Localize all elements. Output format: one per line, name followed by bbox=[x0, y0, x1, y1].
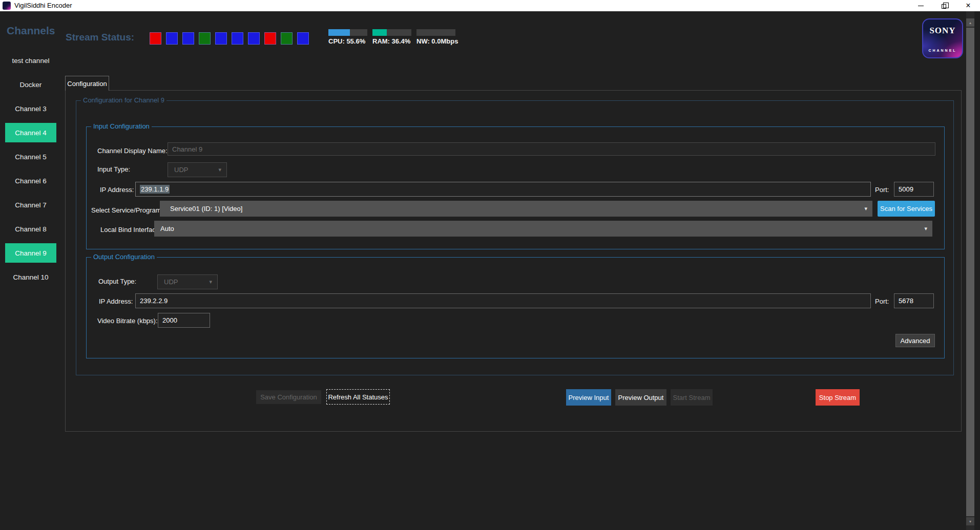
output-type-dropdown: UDP ▾ bbox=[157, 274, 218, 289]
save-configuration-button: Save Configuration bbox=[256, 390, 321, 404]
output-type-value: UDP bbox=[158, 278, 209, 286]
stream-status-square-4 bbox=[199, 32, 211, 45]
stop-stream-button[interactable]: Stop Stream bbox=[816, 389, 860, 406]
stream-status-square-3 bbox=[182, 32, 194, 45]
close-icon: × bbox=[966, 2, 970, 10]
sidebar-item-channel-3[interactable]: Channel 3 bbox=[5, 99, 56, 118]
output-configuration-group-title: Output Configuration bbox=[91, 253, 157, 261]
sidebar-item-channel-8[interactable]: Channel 8 bbox=[5, 219, 56, 239]
channel-configuration-group-title: Configuration for Channel 9 bbox=[81, 96, 166, 104]
network-meter-label: NW: 0.0Mbps bbox=[416, 37, 455, 45]
chevron-down-icon: ▾ bbox=[924, 225, 932, 232]
sidebar-item-docker[interactable]: Docker bbox=[5, 75, 56, 94]
scrollbar-thumb[interactable] bbox=[966, 28, 974, 516]
cpu-meter-track bbox=[328, 29, 367, 36]
ram-meter: RAM: 36.4% bbox=[372, 29, 411, 45]
start-stream-button: Start Stream bbox=[671, 389, 713, 406]
title-bar: VigilSiddhi Encoder × bbox=[0, 0, 980, 11]
sony-logo-text: SONY bbox=[929, 26, 955, 36]
network-meter: NW: 0.0Mbps bbox=[416, 29, 455, 45]
input-ip-field[interactable]: 239.1.1.9 bbox=[135, 182, 871, 197]
stream-status-square-7 bbox=[248, 32, 260, 45]
chevron-down-icon: ▾ bbox=[864, 205, 872, 212]
stream-status-square-10 bbox=[297, 32, 309, 45]
stream-status-square-6 bbox=[232, 32, 243, 45]
channel-display-name-field bbox=[168, 142, 935, 156]
chevron-down-icon: ▾ bbox=[218, 166, 226, 173]
sidebar-item-channel-10[interactable]: Channel 10 bbox=[5, 267, 56, 287]
input-configuration-group-title: Input Configuration bbox=[91, 122, 152, 130]
input-port-field[interactable] bbox=[894, 182, 934, 197]
output-ip-label: IP Address: bbox=[99, 298, 133, 305]
restore-button[interactable] bbox=[932, 0, 956, 11]
local-bind-dropdown[interactable]: Auto ▾ bbox=[154, 221, 932, 237]
ram-meter-track bbox=[372, 29, 411, 36]
chevron-down-icon: ▾ bbox=[969, 519, 971, 524]
minimize-icon bbox=[918, 6, 924, 6]
minimize-button[interactable] bbox=[909, 0, 932, 11]
refresh-all-statuses-button[interactable]: Refresh All Statuses bbox=[326, 389, 390, 405]
input-ip-label: IP Address: bbox=[100, 186, 134, 194]
app-icon bbox=[3, 2, 11, 10]
output-port-field[interactable] bbox=[894, 293, 934, 308]
sidebar-item-channel-7[interactable]: Channel 7 bbox=[5, 195, 56, 215]
input-type-value: UDP bbox=[168, 166, 218, 174]
service-program-label: Select Service/Program: bbox=[91, 206, 163, 214]
local-bind-label: Local Bind Interface: bbox=[100, 226, 161, 234]
chevron-down-icon: ▾ bbox=[209, 279, 217, 285]
scrollbar-up-button[interactable]: ▴ bbox=[966, 18, 974, 27]
stream-status-label: Stream Status: bbox=[66, 32, 134, 43]
stream-status-square-9 bbox=[281, 32, 293, 45]
vertical-scrollbar[interactable]: ▴ ▾ bbox=[966, 11, 974, 530]
sidebar-item-test-channel[interactable]: test channel bbox=[5, 51, 56, 70]
output-port-label: Port: bbox=[875, 298, 889, 305]
sidebar-item-channel-6[interactable]: Channel 6 bbox=[5, 171, 56, 190]
channel-display-name-label: Channel Display Name: bbox=[97, 147, 168, 155]
video-bitrate-label: Video Bitrate (kbps): bbox=[97, 317, 158, 325]
tab-configuration[interactable]: Configuration bbox=[65, 76, 109, 91]
cpu-meter-label: CPU: 55.6% bbox=[328, 37, 367, 45]
stream-status-square-2 bbox=[166, 32, 178, 45]
sidebar-item-channel-9[interactable]: Channel 9 bbox=[5, 243, 56, 263]
input-type-label: Input Type: bbox=[97, 165, 130, 173]
advanced-button[interactable]: Advanced bbox=[895, 334, 935, 347]
sidebar-item-channel-4[interactable]: Channel 4 bbox=[5, 123, 56, 142]
sony-channel-text: CHANNEL bbox=[928, 49, 956, 52]
cpu-meter-fill bbox=[328, 29, 350, 36]
scrollbar-down-button[interactable]: ▾ bbox=[966, 517, 974, 525]
output-ip-field[interactable] bbox=[135, 293, 871, 308]
scan-for-services-button[interactable]: Scan for Services bbox=[878, 201, 935, 217]
window-title: VigilSiddhi Encoder bbox=[14, 2, 72, 9]
sony-channel-logo: SONY CHANNEL bbox=[922, 18, 963, 58]
stream-status-indicators bbox=[150, 32, 309, 45]
ram-meter-label: RAM: 36.4% bbox=[372, 37, 411, 45]
restore-icon bbox=[942, 4, 946, 9]
stream-status-square-8 bbox=[264, 32, 276, 45]
preview-input-button[interactable]: Preview Input bbox=[566, 389, 611, 406]
chevron-up-icon: ▴ bbox=[969, 20, 971, 25]
input-type-dropdown: UDP ▾ bbox=[168, 162, 227, 177]
preview-output-button[interactable]: Preview Output bbox=[615, 389, 666, 406]
input-port-label: Port: bbox=[875, 186, 889, 194]
input-ip-value-selected: 239.1.1.9 bbox=[140, 185, 170, 194]
service-program-dropdown[interactable]: Service01 (ID: 1) [Video] ▾ bbox=[160, 201, 872, 217]
stream-status-square-5 bbox=[215, 32, 227, 45]
network-meter-track bbox=[416, 29, 455, 36]
cpu-meter: CPU: 55.6% bbox=[328, 29, 367, 45]
channels-heading: Channels bbox=[7, 25, 55, 37]
service-program-value: Service01 (ID: 1) [Video] bbox=[160, 205, 864, 213]
ram-meter-fill bbox=[372, 29, 387, 36]
close-button[interactable]: × bbox=[956, 0, 980, 11]
output-type-label: Output Type: bbox=[98, 278, 136, 285]
local-bind-value: Auto bbox=[154, 225, 924, 232]
stream-status-square-1 bbox=[150, 32, 161, 45]
video-bitrate-field[interactable] bbox=[158, 313, 210, 328]
sidebar-item-channel-5[interactable]: Channel 5 bbox=[5, 147, 56, 166]
